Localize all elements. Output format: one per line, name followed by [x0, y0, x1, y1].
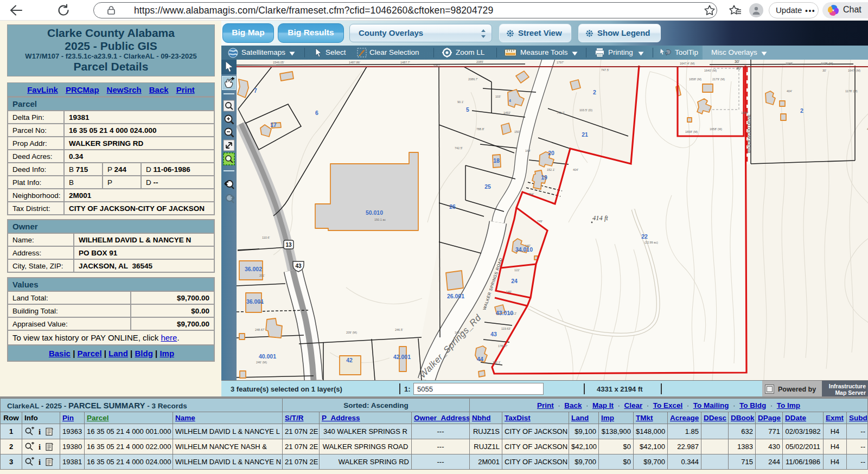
- svg-text:2: 2: [800, 107, 803, 114]
- svg-text:43: 43: [295, 263, 302, 269]
- svg-text:122': 122': [514, 268, 520, 272]
- svg-text:119.63': 119.63': [501, 327, 510, 330]
- svg-text:2: 2: [593, 89, 596, 95]
- svg-text:30': 30': [822, 69, 826, 72]
- svg-text:103': 103': [495, 95, 501, 98]
- svg-text:6: 6: [315, 110, 318, 116]
- svg-text:17: 17: [270, 121, 277, 128]
- svg-text:103.5' (D): 103.5' (D): [579, 108, 592, 112]
- svg-text:150.1 ac: 150.1 ac: [374, 218, 386, 221]
- svg-text:36.002: 36.002: [245, 266, 262, 272]
- svg-text:24: 24: [511, 278, 518, 284]
- svg-text:42: 42: [346, 357, 353, 363]
- svg-text:178.37': 178.37': [498, 344, 508, 348]
- svg-text:404': 404': [787, 89, 792, 93]
- svg-text:742.5': 742.5': [455, 146, 463, 150]
- svg-text:42.001: 42.001: [393, 354, 411, 360]
- svg-text:1046': 1046': [786, 62, 793, 65]
- svg-text:246' (M): 246' (M): [256, 361, 267, 364]
- svg-text:1546.05': 1546.05': [273, 61, 284, 64]
- svg-text:1487.86': 1487.86': [349, 61, 360, 64]
- svg-text:30': 30': [735, 60, 739, 63]
- svg-text:20: 20: [548, 150, 554, 156]
- svg-text:788.8': 788.8': [476, 127, 484, 131]
- svg-text:201': 201': [259, 274, 265, 277]
- svg-text:34.010: 34.010: [515, 246, 533, 253]
- svg-text:1797': 1797': [557, 61, 564, 64]
- svg-text:2086.7': 2086.7': [468, 78, 478, 81]
- svg-text:2179' (M): 2179' (M): [712, 78, 725, 81]
- svg-text:43.010: 43.010: [496, 310, 513, 316]
- svg-text:404': 404': [573, 168, 578, 171]
- svg-text:1178' (M): 1178' (M): [845, 89, 858, 93]
- svg-text:19: 19: [541, 174, 547, 181]
- svg-text:43: 43: [490, 331, 497, 337]
- svg-text:110.6': 110.6': [262, 236, 270, 239]
- svg-text:209' (M): 209' (M): [346, 331, 357, 334]
- svg-text:1658' (M): 1658' (M): [710, 127, 722, 131]
- svg-text:7: 7: [254, 87, 257, 94]
- svg-text:30': 30': [736, 66, 741, 70]
- svg-text:764': 764': [528, 193, 534, 196]
- svg-text:1647.4' (M): 1647.4' (M): [680, 62, 695, 65]
- svg-text:1178' (M): 1178' (M): [821, 62, 833, 65]
- svg-text:90.1': 90.1': [457, 100, 464, 104]
- svg-text:13: 13: [285, 242, 292, 248]
- svg-text:26.001: 26.001: [447, 293, 464, 299]
- svg-text:164': 164': [525, 149, 531, 152]
- svg-text:21: 21: [582, 131, 588, 138]
- svg-text:1658' (M): 1658' (M): [689, 78, 701, 81]
- svg-text:246.5': 246.5': [395, 328, 403, 331]
- svg-text:745.2': 745.2': [557, 111, 565, 114]
- svg-text:2082': 2082': [433, 64, 440, 67]
- svg-text:747.5': 747.5': [601, 68, 609, 72]
- svg-text:414 ft: 414 ft: [592, 214, 608, 222]
- svg-text:1640' (M): 1640' (M): [704, 69, 717, 72]
- svg-text:22: 22: [641, 233, 648, 240]
- svg-text:36.001: 36.001: [246, 298, 264, 305]
- svg-text:1492': 1492': [503, 111, 510, 114]
- svg-text:1487.7': 1487.7': [400, 61, 410, 64]
- svg-text:(22.99 ac): (22.99 ac): [644, 241, 658, 244]
- svg-text:44: 44: [477, 356, 483, 362]
- svg-text:1658' (M): 1658' (M): [685, 130, 698, 133]
- svg-text:5: 5: [466, 106, 469, 113]
- svg-text:182.1': 182.1': [493, 361, 501, 364]
- svg-text:i: i: [39, 427, 41, 436]
- svg-text:1089': 1089': [741, 111, 748, 114]
- svg-text:40.001: 40.001: [259, 353, 276, 360]
- svg-text:i: i: [39, 458, 41, 466]
- svg-text:BROOKWOOD DRIVE: BROOKWOOD DRIVE: [747, 114, 751, 153]
- svg-text:2085': 2085': [476, 60, 483, 63]
- svg-text:25: 25: [484, 183, 491, 190]
- svg-text:4: 4: [509, 99, 511, 103]
- svg-text:1647' (M): 1647' (M): [848, 69, 860, 72]
- svg-text:140': 140': [506, 290, 512, 293]
- svg-text:248.67': 248.67': [255, 328, 265, 331]
- svg-text:50.010: 50.010: [366, 209, 383, 216]
- svg-text:152.1': 152.1': [547, 168, 555, 171]
- svg-text:18: 18: [493, 157, 500, 164]
- svg-text:749': 749': [537, 220, 542, 223]
- svg-text:i: i: [39, 443, 41, 451]
- svg-text:150': 150': [514, 130, 520, 133]
- svg-text:26: 26: [449, 203, 456, 210]
